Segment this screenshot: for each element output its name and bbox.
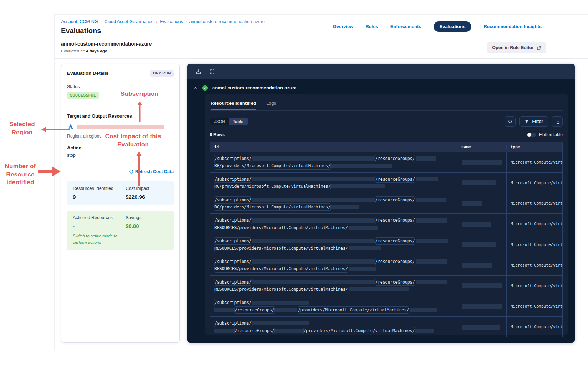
- app-window: Account: CCM-NG›Cloud Asset Governance›E…: [54, 14, 588, 351]
- table-row[interactable]: /subscriptions//resourceGroups/RESOURCES…: [210, 213, 562, 234]
- column-header-id: id: [210, 145, 457, 149]
- redacted-value: [275, 308, 297, 312]
- redacted-value: [331, 205, 359, 209]
- cell-type: Microsoft.Compute/virtu: [506, 193, 562, 214]
- result-detail-card: Resources Identified Logs JSON Table: [205, 94, 568, 335]
- dry-run-badge: DRY RUN: [150, 70, 174, 77]
- table-row[interactable]: /subscriptions//resourceGroups/RG/provid…: [210, 193, 562, 214]
- cell-name: [457, 317, 506, 337]
- redacted-value: [416, 156, 436, 161]
- result-header-row: anmol-custom-recommendation-azure: [187, 79, 575, 91]
- results-table-body: /subscriptions//resourceGroups/RG/provid…: [210, 152, 562, 337]
- tab-logs-label: Logs: [266, 100, 276, 106]
- result-title: anmol-custom-recommendation-azure: [212, 85, 296, 91]
- annotation-arrow-cost-impact: [136, 151, 142, 186]
- redacted-value: [252, 239, 375, 243]
- redacted-value: [415, 329, 434, 333]
- active-mode-note: Switch to active mode to perform actions: [73, 233, 130, 246]
- annotation-selected-region: Selected Region: [4, 120, 40, 136]
- divider: [67, 166, 174, 166]
- divider: [67, 107, 174, 107]
- target-resources-label: Target and Output Resources: [67, 113, 174, 119]
- annotation-subscription: Subscription: [118, 90, 161, 98]
- cell-id: /subscriptions//resourceGroups/RESOURCES…: [210, 255, 457, 275]
- redacted-value: [349, 246, 381, 250]
- cell-name: [457, 234, 506, 255]
- breadcrumb-item[interactable]: Account: CCM-NG: [61, 19, 98, 24]
- tab-resources-identified[interactable]: Resources Identified: [211, 100, 256, 110]
- nav-item-overview[interactable]: Overview: [333, 24, 354, 29]
- status-badge: SUCCESSFUL: [67, 92, 99, 99]
- nav-item-recommendation-insights[interactable]: Recommendation Insights: [483, 24, 542, 29]
- flatten-table-toggle[interactable]: Flatten table: [527, 132, 563, 137]
- cell-id: /subscriptions//resourceGroups/RESOURCES…: [210, 234, 457, 255]
- redacted-value: [252, 321, 309, 325]
- evaluation-details-card: Evaluation Details DRY RUN Status SUCCES…: [61, 64, 180, 343]
- cell-type: Microsoft.Compute/virtu: [506, 173, 562, 193]
- table-row[interactable]: /subscriptions//resourceGroups/RESOURCES…: [210, 255, 562, 275]
- breadcrumb-item[interactable]: anmol-custom-recommendation-azure: [189, 19, 264, 24]
- open-rule-editor-button[interactable]: Open in Rule Editor: [487, 42, 546, 53]
- tab-logs[interactable]: Logs: [266, 100, 276, 110]
- cell-type: Microsoft.Compute/virtu: [506, 296, 562, 316]
- annotation-num-resources: Number of Resource identified: [2, 162, 38, 187]
- redacted-value: [275, 329, 303, 333]
- redacted-value: [462, 201, 482, 206]
- breadcrumb-item[interactable]: Evaluations: [160, 19, 183, 24]
- header-divider: [55, 37, 588, 37]
- redacted-value: [462, 304, 502, 309]
- fullscreen-icon[interactable]: [208, 68, 216, 76]
- cell-id: /subscriptions//resourceGroups/RG/provid…: [210, 173, 457, 193]
- table-header: id name type: [210, 142, 562, 152]
- table-row[interactable]: /subscriptions//resourceGroups/RESOURCES…: [210, 234, 562, 255]
- download-icon[interactable]: [194, 68, 202, 76]
- resources-cost-stats: Resources Identified 9 Cost Impact $226.…: [67, 181, 174, 205]
- cell-id: /subscriptions//resourceGroups/RG/provid…: [210, 152, 457, 172]
- copy-button[interactable]: [552, 116, 563, 127]
- redacted-value: [416, 177, 438, 181]
- redacted-value: [462, 180, 496, 185]
- table-row[interactable]: /subscriptions//resourceGroups//provider…: [210, 296, 562, 316]
- nav-item-evaluations[interactable]: Evaluations: [434, 21, 472, 32]
- target-subscription-row: [67, 123, 174, 130]
- table-row[interactable]: /subscriptions//resourceGroups//provider…: [210, 316, 562, 337]
- table-row[interactable]: /subscriptions//resourceGroups/RG/provid…: [210, 152, 562, 172]
- redacted-value: [410, 308, 437, 312]
- redacted-value: [416, 198, 446, 202]
- view-table-button[interactable]: Table: [229, 118, 247, 125]
- evaluated-at-value: 4 days ago: [86, 49, 107, 53]
- cell-type: Microsoft.Compute/virtu: [506, 317, 562, 337]
- search-button[interactable]: [505, 116, 516, 127]
- top-nav: OverviewRulesEnforcementsEvaluationsReco…: [333, 21, 542, 32]
- redacted-value: [214, 329, 234, 333]
- cell-name: [457, 152, 506, 172]
- refresh-cost-data-link[interactable]: Refresh Cost Data: [129, 169, 174, 174]
- redacted-value: [252, 280, 375, 284]
- filter-label: Filter: [532, 119, 543, 124]
- nav-item-enforcements[interactable]: Enforcements: [390, 24, 421, 29]
- nav-item-rules[interactable]: Rules: [365, 24, 378, 29]
- evaluation-details-title: Evaluation Details: [67, 71, 108, 76]
- results-table: id name type /subscriptions//resourceGro…: [210, 142, 563, 337]
- table-row[interactable]: /subscriptions//resourceGroups/RG/provid…: [210, 172, 562, 193]
- collapse-chevron-up-icon[interactable]: [193, 86, 198, 90]
- redacted-value: [331, 164, 392, 168]
- external-link-icon: [537, 46, 541, 50]
- breadcrumb-separator: ›: [101, 20, 102, 24]
- breadcrumb-item[interactable]: Cloud Asset Governance: [104, 19, 153, 24]
- actioned-resources-label: Actioned Resources: [73, 215, 126, 220]
- breadcrumb: Account: CCM-NG›Cloud Asset Governance›E…: [61, 19, 265, 24]
- subheader: anmol-custom-recommendation-azure Evalua…: [61, 41, 152, 53]
- row-count: 9 Rows: [210, 132, 225, 137]
- tab-resources-identified-label: Resources Identified: [211, 100, 256, 106]
- redacted-value: [252, 218, 375, 223]
- resources-identified-label: Resources Identified: [73, 186, 126, 191]
- redacted-value: [462, 222, 491, 227]
- annotation-arrow-subscription: [137, 101, 143, 123]
- page-title: Evaluations: [61, 27, 265, 35]
- view-json-button[interactable]: JSON: [210, 118, 229, 125]
- refresh-icon: [129, 169, 133, 174]
- filter-button[interactable]: Filter: [519, 116, 548, 127]
- resources-identified-value: 9: [73, 194, 126, 200]
- table-row[interactable]: /subscriptions//resourceGroups/RESOURCES…: [210, 275, 562, 296]
